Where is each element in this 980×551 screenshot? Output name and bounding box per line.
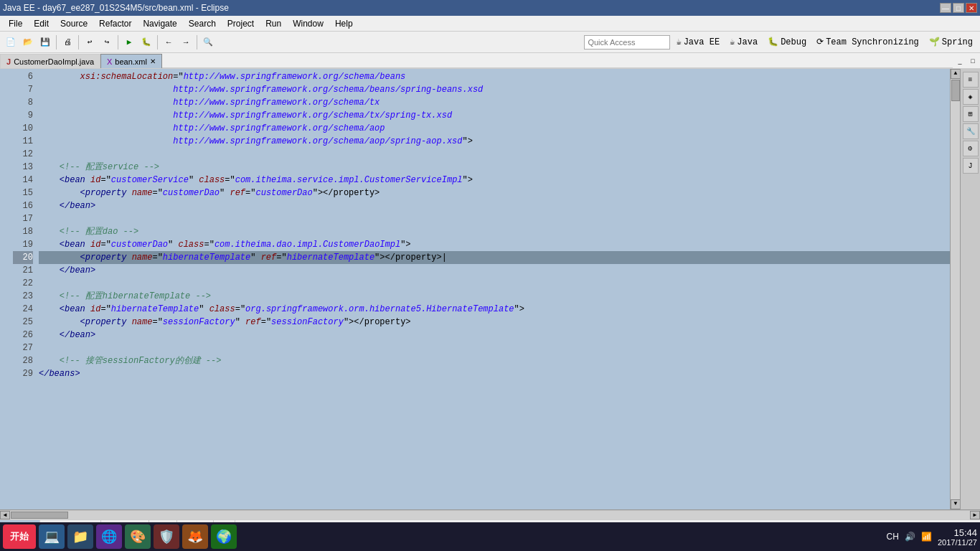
scroll-track[interactable] bbox=[951, 79, 960, 499]
taskbar-app-firefox[interactable]: 🦊 bbox=[182, 524, 208, 549]
menu-project[interactable]: Project bbox=[222, 17, 260, 30]
menu-source[interactable]: Source bbox=[55, 17, 93, 30]
left-gutter bbox=[0, 69, 13, 509]
search-button[interactable]: 🔍 bbox=[200, 34, 216, 50]
tab-beanxml-close[interactable]: ✕ bbox=[150, 57, 156, 65]
code-line-14: <bean id="customerService" class="com.it… bbox=[39, 174, 950, 187]
minimize-button[interactable]: — bbox=[940, 3, 951, 13]
open-button[interactable]: 📂 bbox=[20, 34, 36, 50]
line-num-17: 17 bbox=[13, 212, 33, 225]
separator4 bbox=[157, 35, 158, 50]
taskbar-sound-icon: 🔊 bbox=[905, 532, 915, 542]
line-num-24: 24 bbox=[13, 303, 33, 316]
line-num-7: 7 bbox=[13, 83, 33, 96]
start-button[interactable]: 开始 bbox=[3, 524, 36, 549]
taskbar-network-icon: 📶 bbox=[921, 532, 932, 542]
menu-file[interactable]: File bbox=[3, 17, 28, 30]
code-line-27 bbox=[39, 342, 950, 354]
line-num-28: 28 bbox=[13, 354, 33, 367]
redo-button[interactable]: ↪ bbox=[99, 34, 115, 50]
print-button[interactable]: 🖨 bbox=[60, 34, 75, 50]
line-num-27: 27 bbox=[13, 342, 33, 354]
menu-navigate[interactable]: Navigate bbox=[137, 17, 182, 30]
taskbar-app-eclipse[interactable]: 🌐 bbox=[96, 524, 122, 549]
scroll-thumb[interactable] bbox=[951, 80, 960, 101]
separator1 bbox=[56, 35, 57, 50]
perspective-debug[interactable]: 🐛 Debug bbox=[763, 35, 811, 49]
menu-refactor[interactable]: Refactor bbox=[93, 17, 137, 30]
code-line-17 bbox=[39, 212, 950, 225]
quick-access-input[interactable] bbox=[584, 35, 670, 50]
javaee-icon: ☕ bbox=[676, 37, 681, 47]
taskbar: 开始 💻 📁 🌐 🎨 🛡️ 🦊 🌍 CH 🔊 📶 15:44 2017/11/2… bbox=[0, 522, 980, 551]
line-num-6: 6 bbox=[13, 70, 33, 83]
debug-button[interactable]: 🐛 bbox=[138, 34, 154, 50]
line-num-9: 9 bbox=[13, 109, 33, 122]
forward-button[interactable]: → bbox=[178, 34, 194, 50]
debug-label: Debug bbox=[781, 37, 806, 47]
spring-label: Spring bbox=[942, 37, 973, 47]
line-num-19: 19 bbox=[13, 238, 33, 251]
taskbar-app-chrome[interactable]: 🌍 bbox=[211, 524, 237, 549]
code-line-10: http://www.springframework.org/schema/ao… bbox=[39, 122, 950, 135]
tab-customerdaoimpl[interactable]: J CustomerDaoImpl.java bbox=[0, 54, 100, 68]
taskbar-app-security[interactable]: 🛡️ bbox=[154, 524, 179, 549]
h-scroll-thumb[interactable] bbox=[11, 512, 68, 519]
menu-bar: File Edit Source Refactor Navigate Searc… bbox=[0, 16, 980, 32]
maximize-button[interactable]: □ bbox=[953, 3, 964, 13]
perspective-team[interactable]: ⟳ Team Synchronizing bbox=[812, 35, 923, 49]
separator2 bbox=[78, 35, 79, 50]
right-panel-icon5[interactable]: ⚙ bbox=[963, 141, 979, 156]
code-line-13: <!-- 配置service --> bbox=[39, 161, 950, 174]
line-num-11: 11 bbox=[13, 135, 33, 148]
menu-window[interactable]: Window bbox=[287, 17, 329, 30]
undo-button[interactable]: ↩ bbox=[82, 34, 98, 50]
h-scroll-track[interactable] bbox=[10, 511, 970, 519]
menu-search[interactable]: Search bbox=[183, 17, 222, 30]
right-panel-icon3[interactable]: ⊞ bbox=[963, 106, 979, 122]
line-num-26: 26 bbox=[13, 329, 33, 342]
separator5 bbox=[197, 35, 197, 50]
code-line-7: http://www.springframework.org/schema/be… bbox=[39, 83, 950, 96]
back-button[interactable]: ← bbox=[161, 34, 176, 50]
save-button[interactable]: 💾 bbox=[37, 34, 53, 50]
maximize-editor-button[interactable]: □ bbox=[967, 55, 979, 67]
new-button[interactable]: 📄 bbox=[3, 34, 19, 50]
code-line-15: <property name="customerDao" ref="custom… bbox=[39, 187, 950, 199]
menu-help[interactable]: Help bbox=[329, 17, 359, 30]
line-num-12: 12 bbox=[13, 148, 33, 161]
scroll-down-button[interactable]: ▼ bbox=[951, 499, 961, 509]
spring-icon: 🌱 bbox=[929, 37, 940, 47]
code-content[interactable]: xsi:schemaLocation="http://www.springfra… bbox=[36, 69, 950, 509]
clock: 15:44 2017/11/27 bbox=[938, 527, 977, 547]
tab-beanxml[interactable]: X bean.xml ✕ bbox=[100, 54, 162, 68]
perspective-javaee[interactable]: ☕ Java EE bbox=[672, 35, 724, 49]
editor-inner: 6 7 8 9 10 11 12 13 14 15 16 17 18 19 20… bbox=[0, 69, 980, 509]
code-line-24: <bean id="hibernateTemplate" class="org.… bbox=[39, 303, 950, 316]
close-button[interactable]: ✕ bbox=[966, 3, 977, 13]
line-num-25: 25 bbox=[13, 316, 33, 329]
scroll-up-button[interactable]: ▲ bbox=[951, 69, 961, 79]
minimize-editor-button[interactable]: _ bbox=[954, 55, 966, 67]
taskbar-app-filemgr[interactable]: 📁 bbox=[67, 524, 93, 549]
perspective-java[interactable]: ☕ Java bbox=[725, 35, 762, 49]
code-line-18: <!-- 配置dao --> bbox=[39, 225, 950, 238]
team-icon: ⟳ bbox=[816, 37, 824, 47]
taskbar-app-desktop[interactable]: 💻 bbox=[39, 524, 65, 549]
scroll-right-button[interactable]: ▶ bbox=[970, 511, 980, 519]
line-num-22: 22 bbox=[13, 277, 33, 290]
menu-run[interactable]: Run bbox=[260, 17, 287, 30]
right-panel-icon2[interactable]: ◈ bbox=[963, 89, 979, 105]
taskbar-app-paint[interactable]: 🎨 bbox=[125, 524, 151, 549]
run-button[interactable]: ▶ bbox=[121, 34, 137, 50]
right-panel-icon4[interactable]: 🔧 bbox=[963, 123, 979, 139]
code-line-29: </beans> bbox=[39, 367, 950, 380]
right-panel-icon1[interactable]: ≡ bbox=[963, 72, 979, 88]
editor-tabs: J CustomerDaoImpl.java X bean.xml ✕ _ □ bbox=[0, 53, 980, 69]
code-line-21: </bean> bbox=[39, 264, 950, 277]
menu-edit[interactable]: Edit bbox=[28, 17, 55, 30]
perspective-spring[interactable]: 🌱 Spring bbox=[925, 35, 977, 49]
line-num-16: 16 bbox=[13, 199, 33, 212]
right-panel-icon6[interactable]: J bbox=[963, 158, 979, 174]
scroll-left-button[interactable]: ◀ bbox=[0, 511, 10, 519]
